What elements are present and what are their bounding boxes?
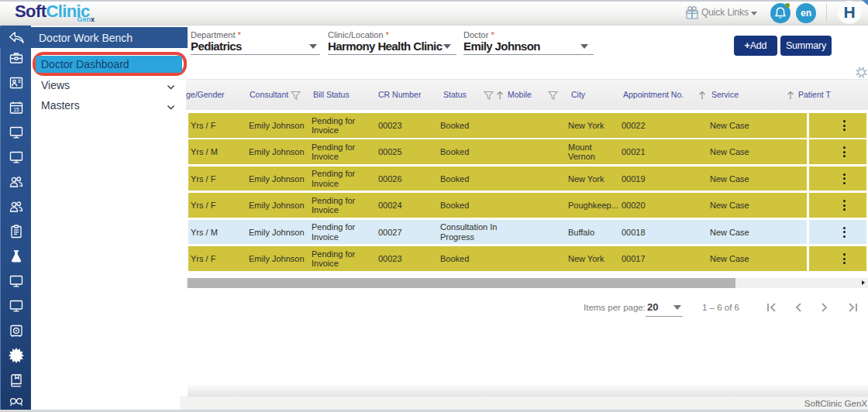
svg-text:15: 15 [13,107,19,112]
